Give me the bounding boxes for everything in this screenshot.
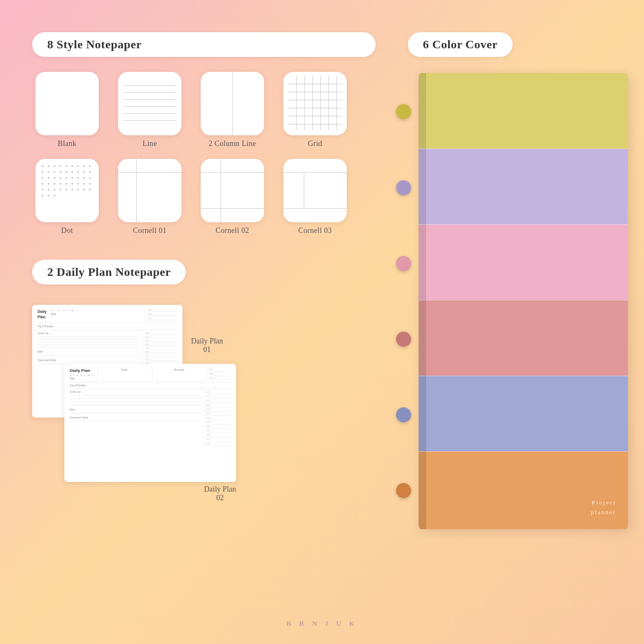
left-section: 8 Style Notepaper Blank Line [32,32,376,623]
notepaper-grid: Blank Line [32,72,376,235]
thumb-cornell02 [201,159,264,222]
notepaper-heading-badge: 8 Style Notepaper [32,32,376,57]
notepaper-grid-item: Grid [280,72,350,148]
thumb-2col-label: 2 Column Line [209,140,257,148]
daily-plan-01-label: Daily Plan [191,337,223,346]
thumb-cornell02-label: Cornell 02 [216,226,250,235]
thumb-grid-label: Grid [308,140,323,148]
notepaper-2col: 2 Column Line [197,72,267,148]
daily-plan-heading-badge: 2 Daily Plan Notepaper [32,260,186,284]
thumb-cornell01-label: Cornell 01 [133,226,167,235]
bbnjuk-watermark: B B N J U K [287,619,358,628]
daily-plan-section: 2 Daily Plan Notepaper DailyPlan [32,260,376,502]
notepaper-dot: Dot [32,159,102,235]
dot-blue [396,407,411,422]
cover-purple [419,149,628,224]
dot-purple [396,180,411,195]
thumb-2col [201,72,264,135]
notepaper-line: Line [115,72,185,148]
covers-container: Project planner [392,73,628,556]
dot-salmon [396,332,411,347]
thumb-cornell03-label: Cornell 03 [298,226,332,235]
thumb-blank [35,72,99,135]
notepaper-cornell02: Cornell 02 [197,159,267,235]
cover-yellow [419,73,628,149]
dot-yellow [396,104,411,119]
color-cover-heading-badge: 6 Color Cover [408,32,513,57]
thumb-dot [35,159,99,222]
thumb-dot-label: Dot [61,226,73,235]
thumb-cornell03 [283,159,347,222]
thumb-line-label: Line [143,140,157,148]
daily-plan-01-sub: 01 [191,346,223,354]
cover-blue [419,376,628,451]
cover-light-pink [419,224,628,300]
notepaper-cornell01: Cornell 01 [115,159,185,235]
daily-plan-02-sub: 02 [64,494,376,502]
notepaper-cornell03: Cornell 03 [280,159,350,235]
daily-plan-preview-02: Daily Plan MTWTHFSAS Date Work Personal [64,364,236,482]
dot-orange [396,483,411,498]
main-container: 8 Style Notepaper Blank Line [0,0,644,644]
cover-orange: Project planner [419,451,628,529]
thumb-line [118,72,181,135]
thumb-blank-label: Blank [58,140,77,148]
thumb-grid [283,72,347,135]
daily-plan-02-label: Daily Plan [64,485,376,494]
thumb-cornell01 [118,159,181,222]
notepaper-blank: Blank [32,72,102,148]
right-section: 6 Color Cover Project planner [376,32,628,623]
notebook-text-line2: planner [591,507,616,517]
dot-light-pink [396,256,411,271]
notebook-text-line1: Project [591,497,616,508]
cover-salmon [419,300,628,376]
